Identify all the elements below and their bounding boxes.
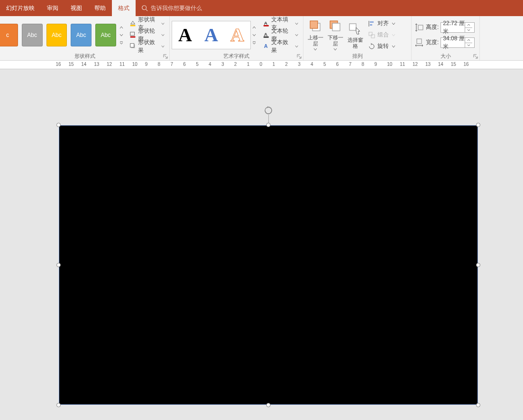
shape-style-swatch-3[interactable]: Abc	[46, 24, 67, 46]
svg-rect-27	[417, 39, 422, 44]
tab-review[interactable]: 审阅	[41, 0, 64, 16]
ruler-tick: 15	[68, 62, 73, 67]
wordart-preset-3[interactable]: A	[230, 24, 244, 46]
shape-style-swatch-4[interactable]: Abc	[71, 24, 92, 46]
svg-text:A: A	[264, 32, 267, 37]
tab-format[interactable]: 格式	[112, 0, 136, 16]
svg-rect-5	[130, 37, 136, 38]
shape-outline-icon	[129, 31, 136, 39]
rotate-handle[interactable]	[264, 106, 273, 115]
shape-style-swatch-2[interactable]: Abc	[22, 24, 43, 46]
group-size: 高度: 22.72 厘米 宽度: 34.08 厘米 大小	[412, 16, 480, 60]
shape-style-gallery-more[interactable]	[118, 39, 125, 46]
ruler-tick: 3	[298, 62, 301, 67]
ruler-tick: 7	[349, 62, 352, 67]
wordart-styles-launcher[interactable]	[296, 54, 302, 59]
ruler-tick: 13	[425, 62, 431, 67]
svg-rect-18	[349, 24, 356, 30]
shape-style-scroll-down[interactable]	[118, 31, 125, 39]
align-icon	[368, 20, 376, 27]
ruler-tick: 12	[413, 62, 418, 67]
text-effects-dropdown[interactable]: A 文本效果	[261, 41, 300, 52]
slide-canvas-area[interactable]	[0, 69, 523, 420]
group-label-shape-styles: 形状样式	[74, 53, 95, 59]
chevron-down-icon	[313, 47, 317, 51]
group-label-size: 大小	[440, 53, 451, 59]
ruler-tick: 8	[362, 62, 365, 67]
svg-point-0	[142, 6, 147, 10]
chevron-down-icon	[392, 45, 395, 48]
tell-me-search[interactable]: 告诉我你想要做什么	[136, 0, 208, 16]
ruler-tick: 10	[387, 62, 392, 67]
tab-view[interactable]: 视图	[64, 0, 88, 16]
width-spin-up[interactable]	[465, 37, 472, 43]
wordart-gallery-more[interactable]	[251, 39, 258, 46]
width-input[interactable]: 34.08 厘米	[440, 37, 475, 48]
wordart-preset-2[interactable]: A	[204, 24, 218, 46]
chevron-down-icon	[295, 45, 298, 48]
chevron-down-icon	[161, 45, 165, 48]
tab-help[interactable]: 帮助	[88, 0, 112, 16]
shape-style-gallery-spinner	[118, 24, 125, 46]
shape-style-scroll-up[interactable]	[118, 24, 125, 31]
resize-handle-b[interactable]	[266, 403, 271, 407]
ruler-tick: 3	[221, 62, 224, 67]
bring-forward-button[interactable]: 上移一层	[305, 18, 325, 52]
ruler-tick: 1	[272, 62, 275, 67]
text-outline-icon: A	[263, 31, 270, 39]
svg-line-1	[146, 9, 148, 11]
resize-handle-l[interactable]	[56, 263, 61, 267]
svg-rect-21	[370, 24, 372, 26]
resize-handle-br[interactable]	[476, 403, 480, 407]
width-label: 宽度:	[426, 38, 439, 46]
chevron-down-icon	[295, 22, 298, 26]
height-spin-down[interactable]	[465, 27, 472, 33]
wordart-preset-1[interactable]: A	[178, 24, 192, 46]
ruler-tick: 5	[196, 62, 199, 67]
resize-handle-t[interactable]	[266, 123, 271, 127]
resize-handle-r[interactable]	[476, 263, 480, 267]
rotate-icon	[368, 43, 376, 50]
ruler-tick: 15	[451, 62, 456, 67]
ruler-tick: 11	[400, 62, 405, 67]
rotate-dropdown[interactable]: 旋转	[366, 41, 397, 52]
svg-rect-22	[369, 32, 372, 36]
ruler-tick: 7	[170, 62, 173, 67]
shape-styles-launcher[interactable]	[163, 54, 168, 59]
svg-rect-7	[130, 44, 134, 47]
svg-text:A: A	[264, 43, 267, 49]
resize-handle-tr[interactable]	[476, 123, 480, 127]
send-backward-button[interactable]: 下移一层	[325, 18, 345, 52]
shape-rectangle[interactable]	[59, 125, 478, 405]
wordart-gallery[interactable]: A A A	[172, 21, 251, 49]
shape-fill-icon	[129, 20, 136, 27]
group-dropdown: 组合	[366, 30, 397, 40]
resize-handle-tl[interactable]	[56, 123, 61, 127]
selected-shape[interactable]	[59, 125, 478, 405]
height-spin-up[interactable]	[465, 22, 472, 27]
shape-effects-dropdown[interactable]: 形状效果	[128, 41, 166, 52]
align-dropdown[interactable]: 对齐	[366, 18, 397, 29]
wordart-scroll-down[interactable]	[251, 31, 258, 39]
width-spin-down[interactable]	[465, 43, 472, 48]
shape-style-swatch-5[interactable]: Abc	[95, 24, 116, 46]
text-effects-icon: A	[263, 43, 270, 50]
svg-rect-25	[418, 25, 423, 30]
ruler-tick: 14	[438, 62, 443, 67]
group-icon	[368, 31, 376, 39]
text-fill-icon: A	[263, 20, 270, 27]
ruler-tick: 14	[81, 62, 86, 67]
selection-pane-button[interactable]: 选择窗格	[345, 20, 365, 49]
svg-rect-10	[263, 25, 268, 27]
wordart-scroll-up[interactable]	[251, 24, 258, 31]
resize-handle-bl[interactable]	[56, 403, 61, 407]
shape-style-swatch-1[interactable]: c	[0, 24, 18, 46]
ruler-tick: 8	[158, 62, 161, 67]
tab-slideshow[interactable]: 幻灯片放映	[0, 0, 41, 16]
chevron-down-icon	[161, 22, 165, 26]
svg-rect-12	[263, 37, 268, 38]
group-arrange: 上移一层 下移一层 选择窗格 对齐 组合	[303, 16, 412, 60]
size-launcher[interactable]	[473, 54, 478, 59]
ruler-tick: 10	[132, 62, 138, 67]
height-input[interactable]: 22.72 厘米	[440, 22, 475, 33]
